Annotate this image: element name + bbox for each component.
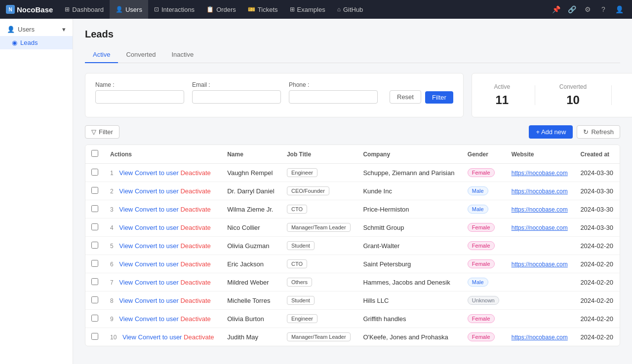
action-view[interactable]: View — [119, 315, 133, 323]
row-checkbox[interactable] — [91, 242, 98, 249]
sidebar-item-leads[interactable]: ◉ Leads — [0, 36, 73, 49]
action-deactivate[interactable]: Deactivate — [180, 169, 210, 177]
table-filter-button[interactable]: ▽ Filter — [85, 125, 119, 139]
gender-badge: Female — [468, 241, 495, 250]
tab-converted[interactable]: Converted — [118, 47, 163, 63]
website-link[interactable]: https://nocobase.com — [512, 206, 568, 213]
table-row: 6 View Convert to user DeactivateEric Ja… — [85, 255, 620, 273]
row-checkbox[interactable] — [91, 223, 98, 230]
job-title-badge: Student — [287, 296, 315, 305]
select-all-checkbox[interactable] — [91, 150, 98, 157]
row-checkbox[interactable] — [91, 296, 98, 303]
row-checkbox[interactable] — [91, 205, 98, 212]
action-view[interactable]: View — [119, 242, 133, 250]
row-number: 6 View Convert to user Deactivate — [104, 255, 221, 273]
stat-active: Active 11 — [494, 83, 511, 107]
action-view[interactable]: View — [119, 297, 133, 304]
action-view[interactable]: View — [119, 206, 133, 213]
action-deactivate[interactable]: Deactivate — [180, 242, 210, 250]
action-view[interactable]: View — [122, 333, 136, 341]
action-view[interactable]: View — [119, 187, 133, 195]
table-row: 3 View Convert to user DeactivateWilma Z… — [85, 200, 620, 218]
action-view[interactable]: View — [119, 260, 133, 268]
action-view[interactable]: View — [119, 279, 133, 286]
website-link[interactable]: https://nocobase.com — [512, 224, 568, 231]
action-convert[interactable]: Convert to user — [135, 297, 179, 304]
row-name: Wilma Zieme Jr. — [221, 200, 281, 218]
row-name: Vaughn Rempel — [221, 164, 281, 182]
action-convert[interactable]: Convert to user — [135, 260, 179, 268]
reset-button[interactable]: Reset — [390, 90, 421, 104]
row-created-at: 2024-02-20 — [574, 273, 620, 291]
email-filter-input[interactable] — [192, 90, 281, 104]
row-company: Saint Petersburg — [357, 255, 461, 273]
stat-active-label: Active — [494, 83, 511, 90]
action-view[interactable]: View — [119, 169, 133, 177]
user-profile-icon[interactable]: 👤 — [612, 2, 626, 16]
row-checkbox[interactable] — [91, 278, 98, 285]
nav-interactions[interactable]: ⊡ Interactions — [148, 0, 200, 19]
action-convert[interactable]: Convert to user — [135, 224, 179, 231]
add-new-button[interactable]: + Add new — [529, 125, 573, 139]
nav-orders[interactable]: 📋 Orders — [200, 0, 242, 19]
action-deactivate[interactable]: Deactivate — [180, 279, 210, 286]
link-icon[interactable]: 🔗 — [565, 2, 579, 16]
row-name: Eric Jackson — [221, 255, 281, 273]
action-convert[interactable]: Convert to user — [135, 315, 179, 323]
row-checkbox-cell — [85, 291, 104, 310]
row-checkbox[interactable] — [91, 187, 98, 194]
action-view[interactable]: View — [119, 224, 133, 231]
nav-github[interactable]: ⌂ GitHub — [331, 0, 369, 19]
table-body: 1 View Convert to user DeactivateVaughn … — [85, 164, 620, 346]
row-name: Nico Collier — [221, 218, 281, 237]
action-convert[interactable]: Convert to user — [135, 169, 179, 177]
action-deactivate[interactable]: Deactivate — [184, 333, 214, 341]
website-link[interactable]: https://nocobase.com — [512, 261, 568, 268]
app-logo[interactable]: N NocoBase — [6, 5, 53, 14]
name-filter-input[interactable] — [95, 90, 184, 104]
website-link[interactable]: https://nocobase.com — [512, 170, 568, 177]
page-title: Leads — [85, 29, 620, 40]
row-created-at: 2024-03-30 — [574, 218, 620, 237]
row-checkbox[interactable] — [91, 260, 98, 267]
action-deactivate[interactable]: Deactivate — [180, 315, 210, 323]
settings-icon[interactable]: ⚙ — [581, 2, 594, 16]
row-website — [506, 291, 575, 310]
nav-users[interactable]: 👤 Users — [110, 0, 148, 19]
nav-tickets[interactable]: 🎫 Tickets — [242, 0, 284, 19]
nav-dashboard[interactable]: ⊞ Dashboard — [59, 0, 110, 19]
action-convert[interactable]: Convert to user — [135, 206, 179, 213]
pin-icon[interactable]: 📌 — [549, 2, 563, 16]
help-icon[interactable]: ? — [596, 2, 610, 16]
action-convert[interactable]: Convert to user — [135, 242, 179, 250]
action-convert[interactable]: Convert to user — [135, 279, 179, 286]
action-deactivate[interactable]: Deactivate — [180, 224, 210, 231]
row-checkbox-cell — [85, 164, 104, 182]
action-deactivate[interactable]: Deactivate — [180, 297, 210, 304]
row-checkbox[interactable] — [91, 169, 98, 176]
row-job-title: Manager/Team Leader — [281, 218, 357, 237]
action-deactivate[interactable]: Deactivate — [180, 260, 210, 268]
action-convert[interactable]: Convert to user — [135, 187, 179, 195]
nav-examples[interactable]: ⊞ Examples — [284, 0, 331, 19]
website-link[interactable]: https://nocobase.com — [512, 188, 568, 195]
tab-active[interactable]: Active — [85, 47, 118, 63]
table-header: Actions Name Job Title Company Gender We… — [85, 145, 620, 164]
stat-divider-1 — [535, 85, 535, 105]
phone-filter-input[interactable] — [289, 90, 378, 104]
table-row: 4 View Convert to user DeactivateNico Co… — [85, 218, 620, 237]
row-checkbox[interactable] — [91, 333, 98, 340]
tab-inactive[interactable]: Inactive — [163, 47, 201, 63]
row-checkbox[interactable] — [91, 315, 98, 322]
action-deactivate[interactable]: Deactivate — [180, 206, 210, 213]
filter-button[interactable]: Filter — [425, 91, 453, 104]
sidebar-section-users[interactable]: 👤 Users ▾ — [0, 23, 73, 36]
row-name: Olivia Burton — [221, 310, 281, 328]
filter-card: Name : Email : Phone : Reset Filter — [85, 73, 464, 117]
action-deactivate[interactable]: Deactivate — [180, 187, 210, 195]
leads-table: Actions Name Job Title Company Gender We… — [85, 145, 620, 346]
row-gender: Female — [462, 237, 506, 255]
website-link[interactable]: https://nocobase.com — [512, 334, 568, 341]
refresh-button[interactable]: ↻ Refresh — [577, 125, 620, 139]
action-convert[interactable]: Convert to user — [138, 333, 182, 341]
